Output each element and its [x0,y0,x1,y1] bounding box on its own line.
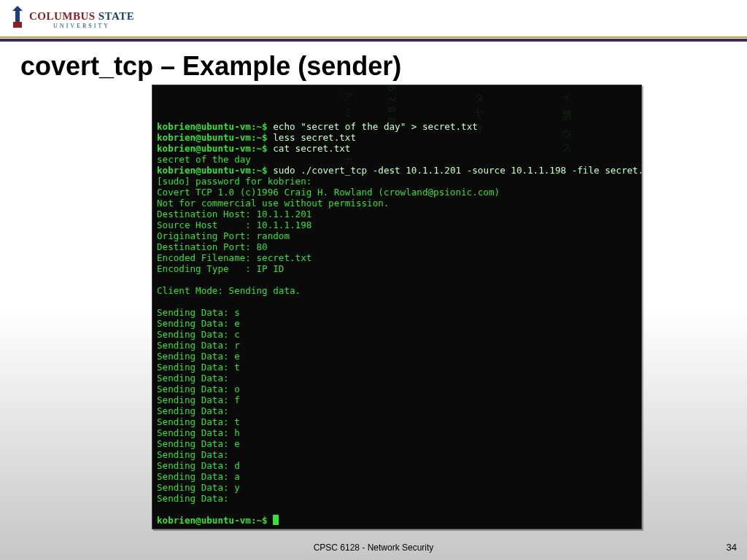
slide-footer: CPSC 6128 - Network Security [0,542,747,553]
brand-word-2: STATE [98,11,134,22]
page-number: 34 [727,542,737,553]
brand-word-1: COLUMBUS [29,11,96,22]
slide: COLUMBUS STATE UNIVERSITY covert_tcp – E… [0,0,747,560]
terminal-output: アミニツホ 67087 タヤオ イ禁アウス kobrien@ubuntu-vm:… [152,85,642,529]
slide-title: covert_tcp – Example (sender) [20,51,401,82]
divider-purple [0,39,747,42]
university-logo: COLUMBUS STATE UNIVERSITY [10,7,134,32]
divider-gold [0,36,747,38]
tower-icon [10,9,25,31]
brand-subtitle: UNIVERSITY [29,23,134,29]
